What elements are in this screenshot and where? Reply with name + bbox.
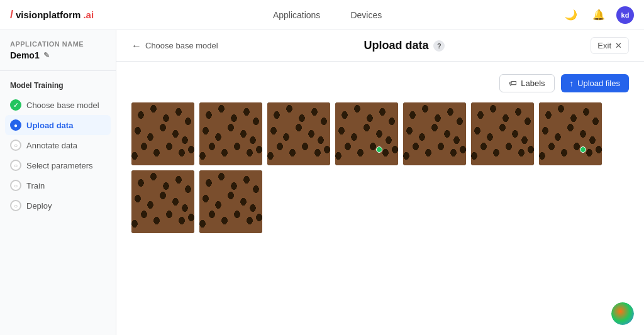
edit-icon[interactable]: ✎ [43, 51, 50, 60]
list-item[interactable] [539, 102, 602, 165]
labels-button[interactable]: 🏷 Labels [499, 74, 554, 92]
topnav-right: 🌙 🔔 kd [561, 5, 634, 25]
coffee-image-7 [539, 102, 602, 165]
step-icon-deploy: ○ [10, 200, 21, 211]
model-training-label: Model Training [0, 71, 116, 95]
exit-button[interactable]: Exit ✕ [591, 37, 629, 54]
notifications-icon[interactable]: 🔔 [589, 5, 609, 25]
body-layout: Application Name Demo1 ✎ Model Training … [0, 30, 644, 335]
list-item[interactable] [471, 102, 534, 165]
list-item[interactable] [199, 170, 262, 233]
coffee-image-2 [199, 102, 262, 165]
step-icon-annotate: ○ [10, 140, 21, 151]
dark-mode-icon[interactable]: 🌙 [561, 5, 581, 25]
sidebar-item-upload-data[interactable]: ● Upload data [5, 115, 111, 135]
step-icon-upload: ● [10, 119, 21, 131]
topnav-center: Applications Devices [94, 8, 561, 23]
floating-avatar[interactable] [611, 302, 634, 325]
back-arrow-icon: ← [131, 40, 142, 52]
nav-applications[interactable]: Applications [268, 8, 326, 23]
coffee-image-3 [267, 102, 330, 165]
upload-icon: ↑ [570, 79, 574, 88]
logo[interactable]: / visionplatform.ai [10, 8, 94, 21]
toolbar-row: 🏷 Labels ↑ Upload files [131, 74, 629, 92]
topnav: / visionplatform.ai Applications Devices… [0, 0, 644, 30]
sidebar-item-annotate-data[interactable]: ○ Annotate data [0, 135, 116, 155]
avatar[interactable]: kd [616, 6, 634, 24]
main: ← Choose base model Upload data ? Exit ✕… [116, 30, 644, 335]
content-area: 🏷 Labels ↑ Upload files [116, 62, 644, 335]
app-name-text: Demo1 [10, 50, 40, 60]
sidebar-item-label-train: Train [26, 181, 45, 190]
logo-slash: / [10, 8, 13, 21]
coffee-image-5 [403, 102, 466, 165]
exit-x-icon: ✕ [615, 41, 622, 50]
exit-label: Exit [597, 41, 611, 50]
coffee-image-6 [471, 102, 534, 165]
coffee-image-4 [335, 102, 398, 165]
back-label: Choose base model [145, 41, 218, 50]
sidebar-item-select-parameters[interactable]: ○ Select parameters [0, 155, 116, 175]
sidebar-item-label-choose: Choose base model [26, 101, 99, 110]
logo-ai: .ai [83, 9, 94, 20]
sidebar: Application Name Demo1 ✎ Model Training … [0, 30, 116, 335]
sidebar-item-choose-base-model[interactable]: ✓ Choose base model [0, 95, 116, 115]
sidebar-item-label-params: Select parameters [26, 161, 93, 170]
coffee-image-9 [199, 170, 262, 233]
floating-avatar-icon [611, 302, 634, 325]
image-grid [131, 102, 629, 233]
upload-label: Upload files [577, 79, 620, 88]
list-item[interactable] [335, 102, 398, 165]
coffee-image-8 [131, 170, 194, 233]
upload-files-button[interactable]: ↑ Upload files [561, 74, 629, 92]
coffee-image-1 [131, 102, 194, 165]
sidebar-item-label-deploy: Deploy [26, 201, 52, 211]
labels-label: Labels [521, 79, 545, 88]
sidebar-item-label-upload: Upload data [26, 121, 73, 130]
list-item[interactable] [199, 102, 262, 165]
list-item[interactable] [131, 102, 194, 165]
logo-text: visionplatform [16, 9, 80, 20]
step-icon-params: ○ [10, 160, 21, 171]
page-title: Upload data ? [218, 39, 591, 52]
sidebar-item-deploy[interactable]: ○ Deploy [0, 195, 116, 216]
step-icon-train: ○ [10, 180, 21, 191]
sidebar-item-train[interactable]: ○ Train [0, 175, 116, 195]
sidebar-item-label-annotate: Annotate data [26, 141, 77, 150]
nav-devices[interactable]: Devices [345, 8, 387, 23]
app-name-value: Demo1 ✎ [10, 50, 106, 60]
help-icon[interactable]: ? [433, 40, 445, 52]
subheader: ← Choose base model Upload data ? Exit ✕ [116, 30, 644, 62]
back-button[interactable]: ← Choose base model [131, 40, 218, 52]
page-title-text: Upload data [364, 39, 428, 52]
sidebar-app-info: Application Name Demo1 ✎ [0, 40, 116, 71]
list-item[interactable] [403, 102, 466, 165]
list-item[interactable] [131, 170, 194, 233]
list-item[interactable] [267, 102, 330, 165]
labels-icon: 🏷 [509, 79, 517, 88]
step-icon-choose: ✓ [10, 99, 21, 111]
app-name-label: Application Name [10, 40, 106, 48]
